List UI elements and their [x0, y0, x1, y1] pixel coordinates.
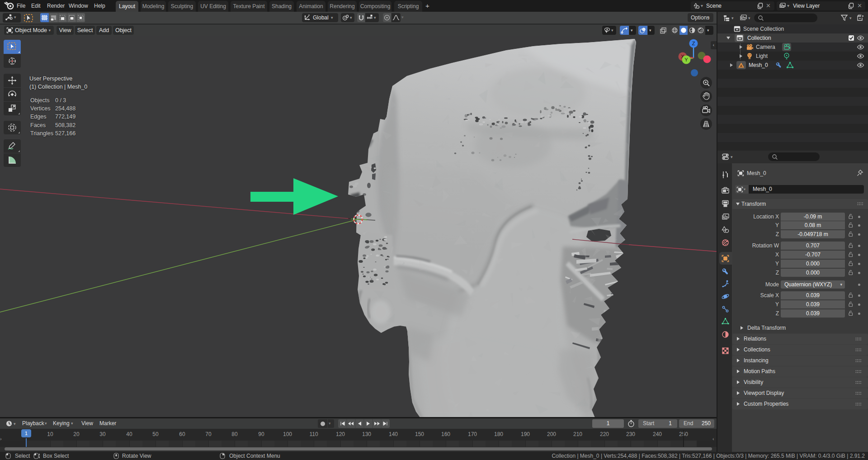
- svg-text:Z: Z: [692, 41, 695, 46]
- svg-text:Y: Y: [684, 57, 688, 62]
